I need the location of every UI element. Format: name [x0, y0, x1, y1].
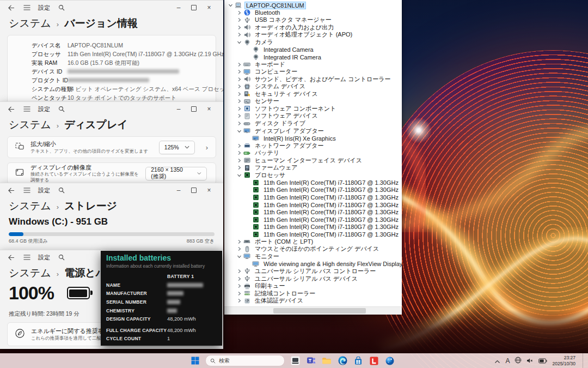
device-tree-item[interactable]: 11th Gen Intel(R) Core(TM) i7-1180G7 @ 1… — [224, 179, 402, 186]
device-tree-label[interactable]: ディスク ドライブ — [253, 120, 307, 128]
device-tree-item[interactable]: コンピューター — [224, 68, 402, 76]
device-tree-label[interactable]: サウンド、ビデオ、およびゲーム コントローラー — [253, 75, 392, 83]
scale-dropdown[interactable]: 125% — [159, 141, 195, 154]
hamburger-menu-icon[interactable] — [22, 3, 31, 12]
chevron-right-icon[interactable] — [235, 291, 243, 296]
device-tree-horizontal-scrollbar[interactable] — [224, 306, 402, 315]
device-tree-item[interactable]: 11th Gen Intel(R) Core(TM) i7-1180G7 @ 1… — [224, 186, 402, 194]
device-tree-item[interactable]: Wide viewing angle & High density FlexVi… — [224, 260, 402, 268]
device-tree-item[interactable]: 11th Gen Intel(R) Core(TM) i7-1180G7 @ 1… — [224, 194, 402, 201]
maximize-button[interactable] — [186, 3, 201, 13]
device-tree-item[interactable]: ユニバーサル シリアル バス デバイス — [224, 275, 402, 282]
device-tree-label[interactable]: 11th Gen Intel(R) Core(TM) i7-1180G7 @ 1… — [262, 216, 400, 224]
device-tree-label[interactable]: ソフトウェア コンポーネント — [253, 105, 338, 113]
device-tree-label[interactable]: Integrated Camera — [262, 46, 315, 53]
breadcrumb-root[interactable]: システム — [9, 16, 51, 31]
device-tree-item[interactable]: 11th Gen Intel(R) Core(TM) i7-1180G7 @ 1… — [224, 231, 402, 238]
device-tree-label[interactable]: ユニバーサル シリアル バス コントローラー — [253, 268, 377, 275]
device-tree-item[interactable]: ネットワーク アダプター — [224, 142, 402, 149]
device-tree-item[interactable]: ヒューマン インターフェイス デバイス — [224, 156, 402, 164]
device-tree-label[interactable]: ネットワーク アダプター — [253, 142, 325, 149]
network-globe-icon[interactable] — [514, 356, 522, 366]
chevron-right-icon[interactable] — [235, 269, 243, 274]
device-tree-item[interactable]: LAPTOP-QC81NLUM — [224, 2, 402, 9]
device-tree-label[interactable]: ポート (COM と LPT) — [253, 238, 315, 246]
ime-indicator[interactable]: A — [505, 357, 510, 365]
volume-muted-icon[interactable] — [526, 356, 534, 366]
microsoft-store-icon[interactable] — [353, 355, 364, 366]
chevron-right-icon[interactable] — [235, 62, 243, 67]
chevron-right-icon[interactable] — [235, 276, 243, 281]
search-icon[interactable] — [57, 186, 66, 195]
device-tree-item[interactable]: 11th Gen Intel(R) Core(TM) i7-1180G7 @ 1… — [224, 223, 402, 231]
close-button[interactable]: × — [201, 104, 217, 114]
device-tree-label[interactable]: バッテリ — [253, 149, 281, 157]
chevron-right-icon[interactable] — [235, 239, 243, 244]
device-tree-item[interactable]: ソフトウェア コンポーネント — [224, 105, 402, 113]
chevron-down-icon[interactable] — [226, 3, 234, 8]
chevron-down-icon[interactable] — [235, 129, 243, 134]
device-tree-label[interactable]: オーディオの入力および出力 — [253, 24, 335, 32]
device-tree-item[interactable]: Bluetooth — [224, 9, 402, 17]
search-icon[interactable] — [57, 253, 66, 262]
device-tree-label[interactable]: Bluetooth — [253, 9, 281, 17]
taskbar-search-box[interactable]: 検索 — [205, 355, 285, 366]
chevron-right-icon[interactable] — [235, 113, 243, 118]
back-button[interactable] — [7, 3, 15, 12]
chevron-right-icon[interactable] — [235, 17, 243, 22]
device-tree-item[interactable]: システム デバイス — [224, 83, 402, 91]
resolution-dropdown[interactable]: 2160 × 1350 (推奨) — [145, 167, 207, 180]
device-tree-label[interactable]: ディスプレイ アダプター — [253, 127, 326, 135]
search-icon[interactable] — [57, 105, 66, 113]
device-tree-item[interactable]: プロセッサ — [224, 172, 402, 179]
device-tree-item[interactable]: カメラ — [224, 39, 402, 46]
device-tree-item[interactable]: ディスプレイ アダプター — [224, 127, 402, 135]
device-tree-label[interactable]: Intel(R) Iris(R) Xe Graphics — [262, 135, 338, 142]
maximize-button[interactable] — [186, 104, 201, 114]
device-tree-label[interactable]: センサー — [253, 98, 281, 105]
device-tree-label[interactable]: ファームウェア — [253, 164, 299, 172]
device-tree-label[interactable]: LAPTOP-QC81NLUM — [244, 2, 306, 9]
chevron-right-icon[interactable] — [235, 99, 243, 104]
device-tree-label[interactable]: セキュリティ デバイス — [253, 91, 320, 98]
device-tree-label[interactable]: Wide viewing angle & High density FlexVi… — [262, 260, 402, 268]
close-button[interactable]: × — [201, 3, 217, 13]
tray-battery-icon[interactable] — [538, 356, 547, 366]
chevron-right-icon[interactable] — [235, 158, 243, 163]
device-tree-label[interactable]: 11th Gen Intel(R) Core(TM) i7-1180G7 @ 1… — [262, 208, 400, 216]
device-tree-item[interactable]: Intel(R) Iris(R) Xe Graphics — [224, 135, 402, 142]
chevron-right-icon[interactable] — [235, 106, 243, 111]
hamburger-menu-icon[interactable] — [22, 186, 31, 195]
device-tree-label[interactable]: 生体認証デバイス — [253, 297, 305, 305]
device-tree-label[interactable]: 11th Gen Intel(R) Core(TM) i7-1180G7 @ 1… — [262, 231, 400, 238]
device-tree-label[interactable]: 11th Gen Intel(R) Core(TM) i7-1180G7 @ 1… — [262, 194, 400, 201]
device-tree-item[interactable]: ユニバーサル シリアル バス コントローラー — [224, 268, 402, 275]
device-tree-item[interactable]: バッテリ — [224, 149, 402, 157]
back-button[interactable] — [7, 105, 15, 113]
scrollbar-thumb[interactable] — [273, 308, 366, 313]
resolution-setting-row[interactable]: ディスプレイの解像度 接続されているディスプレイに合うように解像度を調整する 2… — [7, 162, 216, 183]
start-button[interactable] — [189, 355, 200, 366]
device-tree-item[interactable]: キーボード — [224, 61, 402, 68]
chevron-right-icon[interactable]: › — [201, 143, 210, 152]
chevron-down-icon[interactable] — [235, 173, 243, 178]
device-tree-label[interactable]: 11th Gen Intel(R) Core(TM) i7-1180G7 @ 1… — [262, 223, 400, 231]
edge-icon[interactable] — [337, 355, 348, 366]
device-tree-item[interactable]: セキュリティ デバイス — [224, 91, 402, 98]
device-tree-label[interactable]: 11th Gen Intel(R) Core(TM) i7-1180G7 @ 1… — [262, 186, 400, 194]
close-button[interactable]: × — [201, 185, 217, 195]
minimize-button[interactable]: – — [171, 104, 186, 114]
minimize-button[interactable]: – — [171, 185, 186, 195]
device-tree-item[interactable]: センサー — [224, 98, 402, 105]
breadcrumb-root[interactable]: システム — [9, 118, 51, 132]
taskbar-clock[interactable]: 23:27 2025/10/30 — [552, 355, 575, 366]
device-tree-label[interactable]: システム デバイス — [253, 83, 307, 91]
device-tree-item[interactable]: 生体認証デバイス — [224, 297, 402, 305]
device-tree-item[interactable]: USB コネクタ マネージャー — [224, 16, 402, 24]
device-tree-item[interactable]: マウスとそのほかのポインティング デバイス — [224, 245, 402, 253]
device-tree-label[interactable]: モニター — [253, 253, 281, 261]
chevron-right-icon[interactable] — [235, 25, 243, 30]
device-tree-item[interactable]: 印刷キュー — [224, 282, 402, 290]
device-tree-label[interactable]: カメラ — [253, 39, 275, 46]
chevron-right-icon[interactable] — [235, 165, 243, 170]
